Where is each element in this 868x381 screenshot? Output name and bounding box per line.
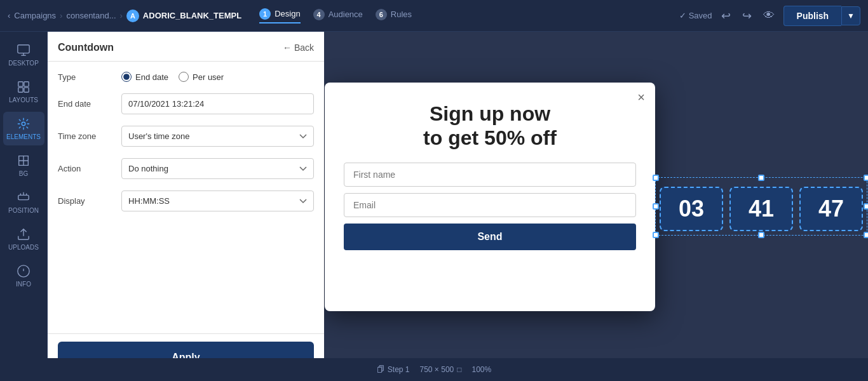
action-select[interactable]: Do nothing Redirect Hide element: [121, 158, 314, 179]
type-per-user-radio[interactable]: [179, 72, 189, 82]
back-arrow-icon: ←: [283, 43, 292, 53]
step-num-3: 6: [376, 9, 387, 20]
resize-handle-bl[interactable]: [653, 232, 659, 238]
send-label: Send: [477, 231, 502, 242]
sidebar-item-elements[interactable]: ELEMENTS: [3, 112, 44, 145]
countdown-blocks: 03 41 47: [660, 187, 863, 231]
end-date-input[interactable]: [121, 93, 314, 114]
sidebar-label-desktop: DESKTOP: [8, 60, 39, 67]
sidebar-item-bg[interactable]: BG: [3, 149, 44, 182]
modal-close-button[interactable]: ×: [637, 90, 645, 105]
layers-icon-button[interactable]: ▦: [344, 257, 362, 274]
uploads-icon: [17, 227, 31, 241]
type-per-user-option[interactable]: Per user: [179, 72, 224, 82]
dimensions-label: 750 × 500: [420, 365, 454, 374]
countdown-value-2: 41: [749, 196, 774, 222]
type-label: Type: [58, 72, 115, 82]
sidebar-label-layouts: LAYOUTS: [9, 97, 38, 104]
checkmark-icon: ✓: [679, 11, 686, 20]
sidebar-item-uploads[interactable]: UPLOADS: [3, 222, 44, 256]
publish-button-group: Publish ▼: [783, 6, 860, 26]
email-input[interactable]: [344, 193, 636, 217]
main-layout: DESKTOP LAYOUTS ELEMENTS BG POSITION: [0, 32, 868, 381]
countdown-container[interactable]: 03 41 47: [655, 177, 867, 236]
delete-icon-button[interactable]: 🗑: [344, 274, 362, 292]
breadcrumb-item3[interactable]: ADORIC_BLANK_TEMPL: [143, 11, 241, 20]
tab-rules[interactable]: 6 Rules: [376, 9, 412, 23]
sidebar-item-desktop[interactable]: DESKTOP: [3, 38, 44, 72]
timezone-control: User's time zone UTC GMT: [121, 126, 314, 147]
type-end-date-option[interactable]: End date: [121, 72, 168, 82]
layouts-icon: [17, 80, 31, 94]
sidebar-item-layouts[interactable]: LAYOUTS: [3, 75, 44, 109]
send-button[interactable]: Send: [344, 224, 636, 250]
tab-audience[interactable]: 4 Audience: [313, 9, 363, 23]
resize-handle-tr[interactable]: [864, 175, 868, 181]
undo-button[interactable]: ↩: [719, 6, 733, 25]
step-label-design: Design: [275, 9, 300, 18]
zoom-value: 100%: [471, 365, 491, 374]
svg-rect-5: [18, 88, 23, 92]
sidebar-item-position[interactable]: POSITION: [3, 185, 44, 219]
svg-rect-4: [24, 82, 29, 86]
countdown-value-3: 47: [818, 196, 844, 222]
saved-label: Saved: [689, 11, 712, 20]
breadcrumb-item2[interactable]: consentand...: [66, 11, 116, 20]
svg-rect-0: [18, 45, 29, 53]
left-sidebar: DESKTOP LAYOUTS ELEMENTS BG POSITION: [0, 32, 48, 381]
back-arrow-icon[interactable]: ‹: [8, 11, 10, 20]
bg-icon: [17, 154, 31, 168]
display-select[interactable]: HH:MM:SS DD:HH:MM:SS: [121, 190, 314, 211]
display-field-row: Display HH:MM:SS DD:HH:MM:SS: [58, 190, 314, 211]
position-icon: [17, 190, 31, 204]
firstname-input[interactable]: [344, 163, 636, 187]
resize-handle-mr[interactable]: [864, 203, 868, 210]
countdown-panel: Countdown ← Back Type End date Per user: [48, 32, 324, 381]
sidebar-label-uploads: UPLOADS: [8, 244, 39, 251]
type-end-date-radio[interactable]: [121, 72, 132, 82]
canvas-dimensions: 750 × 500 □: [420, 365, 462, 374]
countdown-block-3: 47: [799, 187, 863, 231]
svg-point-7: [22, 122, 25, 126]
sidebar-label-position: POSITION: [8, 207, 39, 214]
resize-handle-br[interactable]: [864, 232, 868, 238]
sidebar-label-bg: BG: [19, 170, 28, 177]
zoom-level: 100%: [471, 365, 491, 374]
publish-button[interactable]: Publish: [783, 6, 842, 26]
step-tabs: 1 Design 4 Audience 6 Rules: [259, 8, 412, 23]
publish-dropdown-button[interactable]: ▼: [841, 6, 860, 25]
countdown-block-2: 41: [729, 187, 793, 231]
back-button[interactable]: ← Back: [283, 43, 314, 53]
modal-title: Sign up nowto get 50% off: [344, 102, 636, 150]
countdown-value-1: 03: [679, 196, 704, 222]
preview-button[interactable]: 👁: [761, 6, 777, 25]
panel-title: Countdown: [58, 42, 276, 53]
resize-handle-tc[interactable]: [758, 175, 764, 181]
breadcrumb: ‹ Campaigns › consentand... › A ADORIC_B…: [8, 10, 241, 22]
resize-handle-ml[interactable]: [653, 203, 659, 210]
step-label: Step 1: [388, 365, 410, 374]
redo-button[interactable]: ↪: [740, 6, 754, 25]
resize-handle-tl[interactable]: [653, 175, 659, 181]
canvas-area[interactable]: × Sign up nowto get 50% off Send ▦ 🗑: [324, 32, 868, 381]
svg-rect-8: [18, 195, 29, 199]
breadcrumb-icon: A: [126, 10, 139, 22]
display-control: HH:MM:SS DD:HH:MM:SS: [121, 190, 314, 211]
resize-handle-bc[interactable]: [758, 232, 764, 238]
desktop-icon: [17, 43, 31, 57]
tab-design[interactable]: 1 Design: [259, 8, 300, 23]
sidebar-label-info: INFO: [16, 281, 31, 288]
saved-status: ✓ Saved: [679, 11, 712, 20]
svg-rect-6: [24, 88, 29, 92]
display-label: Display: [58, 196, 115, 206]
action-label: Action: [58, 164, 115, 173]
timezone-label: Time zone: [58, 131, 115, 141]
timezone-select[interactable]: User's time zone UTC GMT: [121, 126, 314, 147]
step-num-2: 4: [313, 9, 325, 20]
step-label-rules: Rules: [391, 10, 412, 19]
sidebar-item-info[interactable]: INFO: [3, 259, 44, 293]
campaigns-link[interactable]: Campaigns: [14, 11, 56, 20]
type-radio-group: End date Per user: [121, 72, 314, 82]
svg-rect-3: [18, 82, 23, 86]
type-end-date-label: End date: [135, 72, 168, 82]
